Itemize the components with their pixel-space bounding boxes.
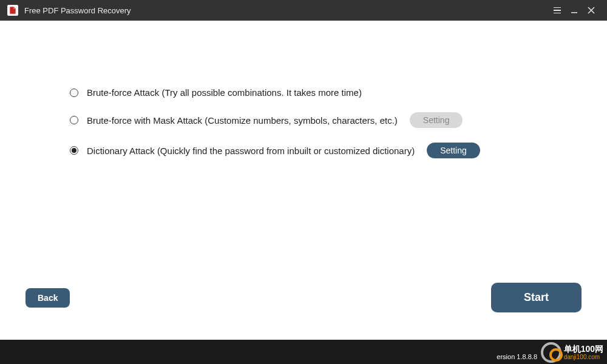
svg-rect-0 xyxy=(571,12,577,13)
radio-brute-force[interactable] xyxy=(70,89,78,97)
hamburger-icon xyxy=(554,7,561,14)
option-label: Brute-force Attack (Try all possible com… xyxy=(87,87,362,98)
main-content: Brute-force Attack (Try all possible com… xyxy=(0,21,607,158)
close-button[interactable] xyxy=(583,2,600,19)
version-label: ersion 1.8.8.8 xyxy=(497,353,537,360)
app-icon xyxy=(7,5,18,16)
option-dictionary-attack: Dictionary Attack (Quickly find the pass… xyxy=(70,143,537,158)
back-button[interactable]: Back xyxy=(25,288,70,308)
setting-button-mask[interactable]: Setting xyxy=(410,112,463,128)
option-label: Brute-force with Mask Attack (Customize … xyxy=(87,115,398,126)
radio-mask-attack[interactable] xyxy=(70,116,78,124)
setting-button-dictionary[interactable]: Setting xyxy=(427,143,480,158)
footer-buttons: Back Start xyxy=(0,283,607,312)
app-title: Free PDF Password Recovery xyxy=(24,6,131,15)
menu-button[interactable] xyxy=(549,2,566,19)
option-brute-force: Brute-force Attack (Try all possible com… xyxy=(70,87,537,98)
minimize-button[interactable] xyxy=(566,2,583,19)
title-bar: Free PDF Password Recovery xyxy=(0,0,607,21)
minimize-icon xyxy=(571,7,578,14)
bottom-bar xyxy=(0,340,607,364)
option-mask-attack: Brute-force with Mask Attack (Customize … xyxy=(70,112,537,128)
option-label: Dictionary Attack (Quickly find the pass… xyxy=(87,146,415,156)
start-button[interactable]: Start xyxy=(491,283,582,312)
radio-dictionary-attack[interactable] xyxy=(70,146,78,155)
close-icon xyxy=(588,7,595,14)
